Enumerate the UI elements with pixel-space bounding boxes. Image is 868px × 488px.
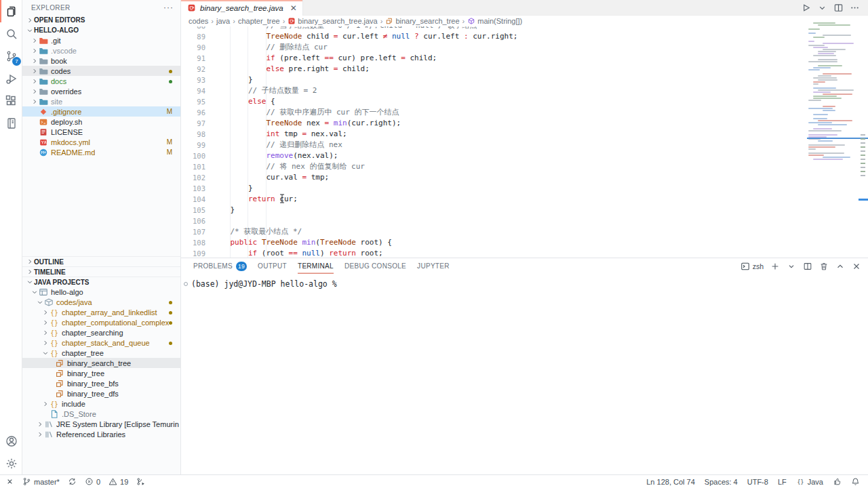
panel-tab-output[interactable]: OUTPUT <box>258 258 287 274</box>
terminal[interactable]: (base) jyd@JYD-MBP hello-algo % <box>181 274 868 289</box>
run-dropdown-icon[interactable] <box>817 3 827 13</box>
project-icon <box>39 287 48 297</box>
project-root-section[interactable]: HELLO-ALGO <box>22 25 180 35</box>
activity-extensions[interactable] <box>0 89 22 112</box>
status-remote-indicator[interactable] <box>5 477 14 486</box>
terminal-dropdown-icon[interactable] <box>787 262 796 271</box>
terminal-shell-picker[interactable]: zsh <box>741 262 764 271</box>
explorer-item-mkdocs.yml[interactable]: mkdocs.ymlM <box>22 137 180 147</box>
java-project-item-include[interactable]: {}include <box>22 399 180 409</box>
activity-source-control[interactable]: 7 <box>0 45 22 67</box>
kill-terminal-icon[interactable] <box>819 262 829 271</box>
java-project-item-Referenced-Libraries[interactable]: Referenced Libraries <box>22 429 180 439</box>
status-errors[interactable]: 0 <box>85 477 100 486</box>
status-encoding[interactable]: UTF-8 <box>747 478 768 486</box>
status-indentation[interactable]: Spaces: 4 <box>705 478 738 486</box>
status-java-status[interactable] <box>833 477 842 486</box>
tab-binary-search-tree[interactable]: binary_search_tree.java ✕ <box>181 0 303 16</box>
java-project-item-binary_tree_bfs[interactable]: binary_tree_bfs <box>22 378 180 388</box>
svg-text:{}: {} <box>50 308 58 316</box>
activity-explorer[interactable] <box>0 0 22 22</box>
java-project-item-chapter_searching[interactable]: {}chapter_searching <box>22 327 180 338</box>
java-project-item-binary_tree_dfs[interactable]: binary_tree_dfs <box>22 388 180 399</box>
breadcrumb-item-main-String---[interactable]: main(String[]) <box>467 17 522 25</box>
java-project-item-chapter_stack_and_queue[interactable]: {}chapter_stack_and_queue <box>22 338 180 348</box>
maximize-panel-icon[interactable] <box>835 262 845 271</box>
status-eol[interactable]: LF <box>778 478 787 486</box>
open-editors-section[interactable]: OPEN EDITORS <box>22 15 180 25</box>
status-cursor-position[interactable]: Ln 128, Col 74 <box>646 478 695 486</box>
more-actions-icon[interactable] <box>850 3 860 13</box>
chevron-right-icon <box>35 430 44 439</box>
explorer-item-site[interactable]: site <box>22 96 180 106</box>
explorer-item-docs[interactable]: docs <box>22 76 180 86</box>
panel-tab-jupyter[interactable]: JUPYTER <box>417 258 450 274</box>
java-project-item-chapter_tree[interactable]: {}chapter_tree <box>22 348 180 358</box>
more-actions-icon[interactable]: ··· <box>163 3 174 12</box>
symbol-method-icon <box>467 17 475 25</box>
close-tab-icon[interactable]: ✕ <box>290 3 297 13</box>
terminal-icon <box>741 262 750 271</box>
explorer-item-codes[interactable]: codes <box>22 66 180 76</box>
activity-notebook[interactable] <box>0 112 22 134</box>
scm-badge: 7 <box>12 57 21 66</box>
explorer-item-.git[interactable]: .git <box>22 35 180 45</box>
panel-tab-debug-console[interactable]: DEBUG CONSOLE <box>344 258 406 274</box>
java-project-item-chapter_array_and_linkedlist[interactable]: {}chapter_array_and_linkedlist <box>22 307 180 317</box>
svg-text:{}: {} <box>50 349 58 357</box>
explorer-item-.vscode[interactable]: .vscode <box>22 45 180 56</box>
explorer-item-LICENSE[interactable]: LICENSE <box>22 127 180 137</box>
text-cursor <box>279 194 285 206</box>
breadcrumb-item-binary_search_tree[interactable]: binary_search_tree <box>385 17 459 25</box>
explorer-item-deploy.sh[interactable]: deploy.sh <box>22 117 180 127</box>
explorer-item-book[interactable]: book <box>22 56 180 66</box>
folder-icon <box>39 56 48 66</box>
java-project-item-binary_search_tree[interactable]: binary_search_tree <box>22 358 180 368</box>
new-terminal-icon[interactable] <box>770 262 780 271</box>
run-file-icon[interactable] <box>801 3 811 13</box>
breadcrumb-item-binary_search_tree.java[interactable]: binary_search_tree.java <box>288 17 377 25</box>
status-sync-changes[interactable] <box>68 477 77 486</box>
java-project-item-JRE-System-Library--Eclipse-Temurin-17--17...[interactable]: JRE System Library [Eclipse Temurin 17 [… <box>22 419 180 429</box>
activity-accounts[interactable] <box>0 430 22 452</box>
java-file-icon <box>288 17 296 25</box>
java-project-item-codes-java[interactable]: codes/java <box>22 297 180 307</box>
braces-icon: {} <box>50 318 59 327</box>
java-project-item-hello-algo[interactable]: hello-algo <box>22 287 180 297</box>
code-editor[interactable]: 88 // 当子结点数量 = 0 / 1 时，child = null / 该子… <box>181 26 805 258</box>
timeline-section[interactable]: TIMELINE <box>22 266 180 277</box>
class-icon <box>55 389 64 399</box>
minimap[interactable] <box>807 22 859 166</box>
breadcrumb-item-codes[interactable]: codes <box>189 17 208 25</box>
java-project-item-binary_tree[interactable]: binary_tree <box>22 368 180 378</box>
status-warnings[interactable]: 19 <box>108 477 128 486</box>
breadcrumb-item-java[interactable]: java <box>216 17 230 25</box>
folder-icon <box>39 97 48 106</box>
notebook-icon <box>5 117 18 130</box>
explorer-item-.gitignore[interactable]: .gitignoreM <box>22 106 180 117</box>
java-project-item-chapter_computational_complexity[interactable]: {}chapter_computational_complexity <box>22 317 180 327</box>
explorer-item-README.md[interactable]: README.mdM <box>22 147 180 157</box>
split-editor-icon[interactable] <box>833 3 844 13</box>
java-projects-section[interactable]: JAVA PROJECTS <box>22 277 180 287</box>
status-notifications[interactable] <box>851 477 860 486</box>
explorer-item-overrides[interactable]: overrides <box>22 86 180 96</box>
close-panel-icon[interactable] <box>852 262 861 271</box>
split-terminal-icon[interactable] <box>803 262 812 271</box>
activity-run-and-debug[interactable] <box>0 67 22 89</box>
status-git-branch[interactable]: master* <box>22 477 60 486</box>
code-line-98: 98 int tmp = nex.val; <box>181 129 805 140</box>
breadcrumb-item-chapter_tree[interactable]: chapter_tree <box>238 17 280 25</box>
class-icon <box>385 17 393 25</box>
activity-search[interactable] <box>0 22 22 45</box>
panel-tab-terminal[interactable]: TERMINAL <box>298 258 334 274</box>
chevron-right-icon <box>25 16 34 24</box>
outline-section[interactable]: OUTLINE <box>22 256 180 266</box>
activity-settings[interactable] <box>0 452 22 474</box>
panel-tab-problems[interactable]: PROBLEMS19 <box>193 258 247 274</box>
java-project-item-.DS_Store[interactable]: .DS_Store <box>22 409 180 419</box>
status-language-mode[interactable]: {}Java <box>796 477 823 486</box>
chevron-right-icon <box>41 338 50 347</box>
status-debug-status[interactable] <box>136 477 145 486</box>
thumbsup-icon <box>833 477 842 486</box>
